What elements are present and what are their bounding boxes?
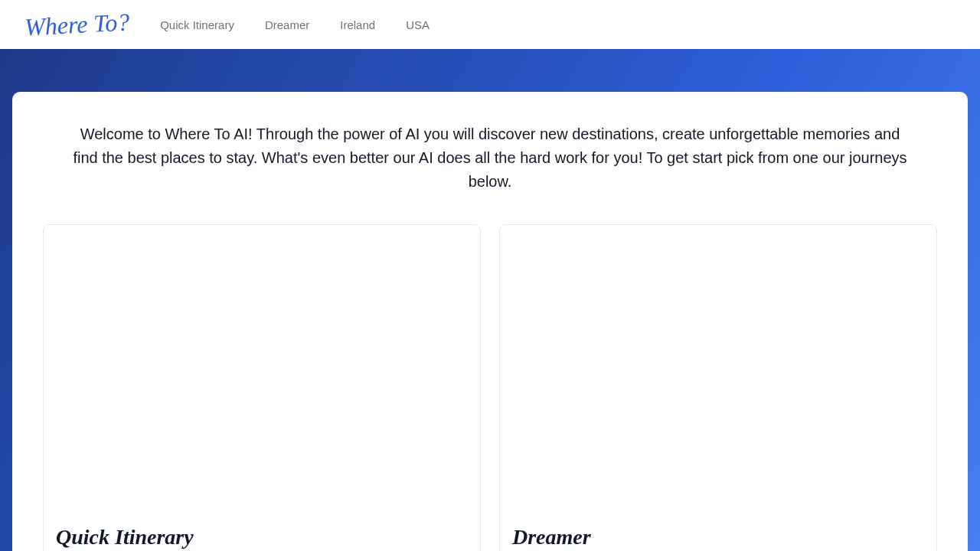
nav-link-quick-itinerary[interactable]: Quick Itinerary bbox=[160, 18, 234, 31]
navbar: Where To? Quick Itinerary Dreamer Irelan… bbox=[0, 0, 980, 49]
hero-section: Welcome to Where To AI! Through the powe… bbox=[0, 49, 980, 551]
logo[interactable]: Where To? bbox=[24, 8, 130, 41]
card-dreamer[interactable]: Dreamer bbox=[499, 224, 937, 551]
welcome-text: Welcome to Where To AI! Through the powe… bbox=[69, 122, 911, 194]
nav-link-dreamer[interactable]: Dreamer bbox=[265, 18, 309, 31]
card-title: Quick Itinerary bbox=[44, 513, 480, 551]
nav-link-usa[interactable]: USA bbox=[406, 18, 430, 31]
nav-links: Quick Itinerary Dreamer Ireland USA bbox=[160, 18, 430, 31]
cards-container: Quick Itinerary Dreamer bbox=[43, 224, 937, 551]
nav-link-ireland[interactable]: Ireland bbox=[340, 18, 375, 31]
content-wrapper: Welcome to Where To AI! Through the powe… bbox=[12, 92, 968, 551]
card-title: Dreamer bbox=[500, 513, 936, 551]
card-quick-itinerary[interactable]: Quick Itinerary bbox=[43, 224, 481, 551]
card-image-placeholder bbox=[500, 225, 936, 513]
card-image-placeholder bbox=[44, 225, 480, 513]
